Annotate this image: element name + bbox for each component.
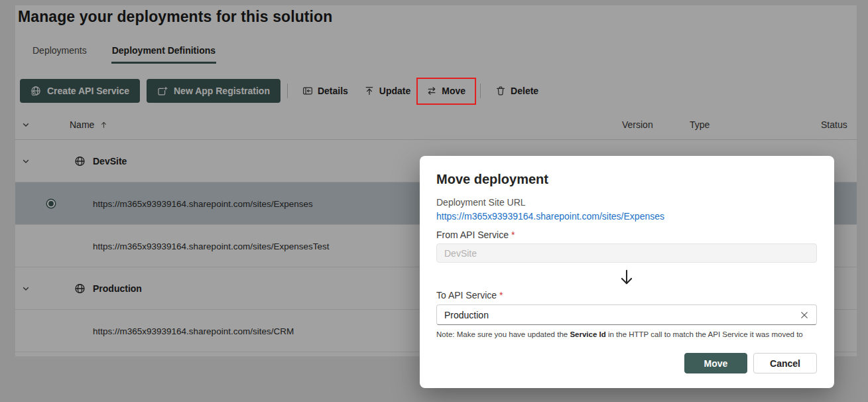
dialog-note: Note: Make sure you have updated the Ser… [436,330,803,338]
to-api-service-label: To API Service* [436,290,503,301]
from-api-service-value: DevSite [444,248,477,259]
required-asterisk: * [511,230,515,240]
from-api-service-label: From API Service* [436,230,515,240]
to-api-service-input[interactable]: Production [436,304,817,325]
clear-icon[interactable] [798,309,810,321]
dialog-title: Move deployment [436,172,548,187]
deployment-site-url-link[interactable]: https://m365x93939164.sharepoint.com/sit… [436,211,664,222]
dialog-move-button[interactable]: Move [684,353,747,373]
deployment-site-url-label: Deployment Site URL [436,197,526,208]
dialog-buttons: Move Cancel [684,353,817,373]
required-asterisk: * [499,290,503,301]
from-api-service-input: DevSite [436,243,817,263]
to-api-service-value: Production [444,310,798,320]
dialog-cancel-button[interactable]: Cancel [753,353,817,373]
note-service-id: Service Id [570,330,605,338]
move-deployment-dialog: Move deployment Deployment Site URL http… [420,156,834,388]
arrow-down-icon [618,268,635,287]
